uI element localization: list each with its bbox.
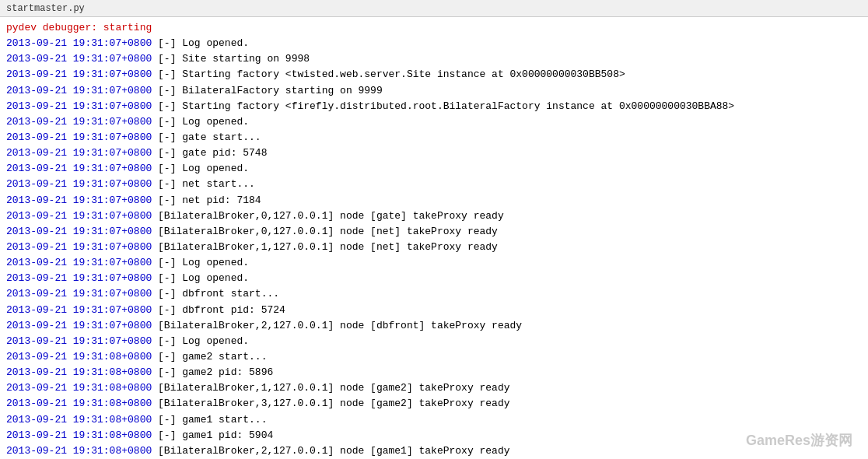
log-timestamp: 2013-09-21 19:31:08+0800 [6, 366, 152, 378]
log-line: 2013-09-21 19:31:07+0800 [-] Log opened. [6, 161, 862, 177]
log-message: [BilateralBroker,2,127.0.0.1] node [dbfr… [152, 320, 522, 331]
log-line: 2013-09-21 19:31:07+0800 [-] Log opened. [6, 255, 862, 271]
log-timestamp: 2013-09-21 19:31:08+0800 [6, 445, 152, 457]
log-timestamp: 2013-09-21 19:31:07+0800 [6, 116, 152, 128]
log-timestamp: 2013-09-21 19:31:07+0800 [6, 178, 152, 190]
log-line: 2013-09-21 19:31:08+0800 [BilateralBroke… [6, 443, 862, 459]
log-line: 2013-09-21 19:31:07+0800 [BilateralBroke… [6, 240, 862, 255]
log-line: 2013-09-21 19:31:07+0800 [-] Starting fa… [6, 99, 862, 114]
log-timestamp: 2013-09-21 19:31:07+0800 [6, 53, 152, 65]
log-message: [BilateralBroker,3,127.0.0.1] node [game… [152, 398, 509, 409]
log-timestamp: 2013-09-21 19:31:07+0800 [6, 37, 152, 49]
log-line: 2013-09-21 19:31:08+0800 [-] game1 pid: … [6, 428, 862, 443]
log-timestamp: 2013-09-21 19:31:07+0800 [6, 210, 152, 222]
log-message: [-] dbfront pid: 5724 [152, 304, 285, 316]
log-message: [-] Site starting on 9998 [152, 53, 310, 65]
log-message: [-] net pid: 7184 [152, 194, 261, 206]
log-timestamp: 2013-09-21 19:31:07+0800 [6, 163, 152, 174]
log-line: 2013-09-21 19:31:07+0800 [-] Log opened. [6, 114, 862, 130]
log-message: [-] Log opened. [152, 257, 249, 268]
log-line: 2013-09-21 19:31:08+0800 [-] game1 start… [6, 412, 862, 428]
log-line: 2013-09-21 19:31:07+0800 [-] Site starti… [6, 51, 862, 67]
log-message: [-] gate pid: 5748 [152, 147, 267, 159]
log-message: [-] Log opened. [152, 272, 249, 284]
log-line: 2013-09-21 19:31:08+0800 [-] game2 pid: … [6, 365, 862, 380]
log-timestamp: 2013-09-21 19:31:08+0800 [6, 414, 152, 426]
log-timestamp: 2013-09-21 19:31:07+0800 [6, 257, 152, 268]
log-message: [-] game1 start... [152, 414, 267, 426]
log-timestamp: 2013-09-21 19:31:07+0800 [6, 100, 152, 112]
log-line: 2013-09-21 19:31:07+0800 [BilateralBroke… [6, 224, 862, 240]
log-message: [-] Starting factory <twisted.web.server… [152, 68, 625, 80]
log-line: 2013-09-21 19:31:07+0800 [-] net pid: 71… [6, 193, 862, 208]
log-timestamp: 2013-09-21 19:31:07+0800 [6, 320, 152, 331]
log-line: 2013-09-21 19:31:07+0800 [-] BilateralFa… [6, 83, 862, 99]
log-message: [BilateralBroker,1,127.0.0.1] node [net]… [152, 241, 498, 253]
log-timestamp: 2013-09-21 19:31:07+0800 [6, 68, 152, 80]
log-line: 2013-09-21 19:31:08+0800 [BilateralBroke… [6, 380, 862, 396]
log-message: [-] Log opened. [152, 335, 249, 347]
log-line: 2013-09-21 19:31:07+0800 [-] Log opened. [6, 271, 862, 286]
title-filename: startmaster.py [6, 3, 85, 14]
log-timestamp: 2013-09-21 19:31:08+0800 [6, 351, 152, 363]
log-timestamp: 2013-09-21 19:31:08+0800 [6, 398, 152, 409]
log-timestamp: 2013-09-21 19:31:07+0800 [6, 272, 152, 284]
log-message: [BilateralBroker,0,127.0.0.1] node [gate… [152, 210, 503, 222]
title-bar: startmaster.py [0, 0, 868, 17]
log-timestamp: 2013-09-21 19:31:07+0800 [6, 226, 152, 237]
log-message: [-] Log opened. [152, 37, 249, 49]
log-timestamp: 2013-09-21 19:31:08+0800 [6, 382, 152, 394]
log-line: 2013-09-21 19:31:07+0800 [-] Log opened. [6, 334, 862, 349]
log-timestamp: 2013-09-21 19:31:07+0800 [6, 288, 152, 300]
log-message: [-] Log opened. [152, 163, 249, 174]
log-timestamp: 2013-09-21 19:31:08+0800 [6, 429, 152, 441]
log-line: 2013-09-21 19:31:07+0800 [-] net start..… [6, 177, 862, 192]
log-timestamp: 2013-09-21 19:31:07+0800 [6, 131, 152, 143]
log-message: [-] game2 pid: 5896 [152, 366, 273, 378]
log-timestamp: 2013-09-21 19:31:07+0800 [6, 335, 152, 347]
log-message: [-] gate start... [152, 131, 261, 143]
log-line: 2013-09-21 19:31:07+0800 [-] dbfront pid… [6, 303, 862, 318]
log-message: [-] BilateralFactory starting on 9999 [152, 85, 382, 96]
log-line: 2013-09-21 19:31:07+0800 [BilateralBroke… [6, 208, 862, 224]
log-line: 2013-09-21 19:31:07+0800 [-] Starting fa… [6, 67, 862, 82]
log-message: [BilateralBroker,2,127.0.0.1] node [game… [152, 445, 509, 457]
log-line: 2013-09-21 19:31:07+0800 [-] dbfront sta… [6, 286, 862, 302]
log-message: [-] Starting factory <firefly.distribute… [152, 100, 734, 112]
log-line: 2013-09-21 19:31:07+0800 [-] Log opened. [6, 36, 862, 51]
log-line: 2013-09-21 19:31:07+0800 [BilateralBroke… [6, 318, 862, 334]
log-line: 2013-09-21 19:31:08+0800 [BilateralBroke… [6, 396, 862, 412]
log-line: 2013-09-21 19:31:07+0800 [-] gate start.… [6, 130, 862, 145]
log-timestamp: 2013-09-21 19:31:07+0800 [6, 85, 152, 96]
log-timestamp: 2013-09-21 19:31:07+0800 [6, 147, 152, 159]
log-message: [-] dbfront start... [152, 288, 279, 300]
log-message: [-] Log opened. [152, 116, 249, 128]
log-message: [BilateralBroker,0,127.0.0.1] node [net]… [152, 226, 498, 237]
log-timestamp: 2013-09-21 19:31:07+0800 [6, 194, 152, 206]
log-message: [-] game1 pid: 5904 [152, 429, 273, 441]
log-message: [BilateralBroker,1,127.0.0.1] node [game… [152, 382, 509, 394]
log-message: [-] net start... [152, 178, 255, 190]
log-line: 2013-09-21 19:31:08+0800 [-] game2 start… [6, 349, 862, 365]
log-timestamp: 2013-09-21 19:31:07+0800 [6, 304, 152, 316]
log-timestamp: 2013-09-21 19:31:07+0800 [6, 241, 152, 253]
log-line: 2013-09-21 19:31:07+0800 [-] gate pid: 5… [6, 145, 862, 161]
console-output: pydev debugger: starting2013-09-21 19:31… [0, 17, 868, 459]
log-message: [-] game2 start... [152, 351, 267, 363]
log-line: pydev debugger: starting [6, 20, 862, 36]
